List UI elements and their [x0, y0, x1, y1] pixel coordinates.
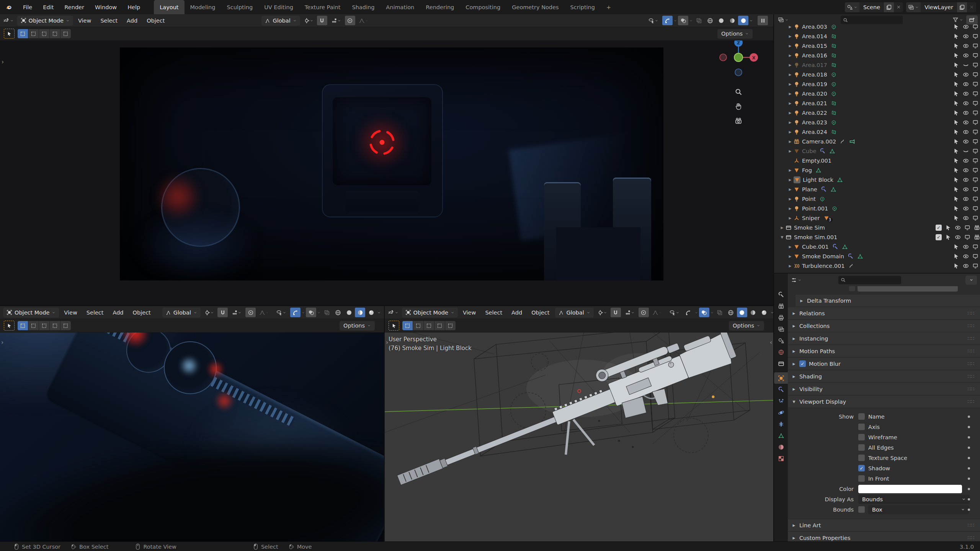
visibility-eye-icon[interactable]: [963, 24, 969, 30]
sidebar-toggle-icon[interactable]: ›: [1, 339, 3, 346]
expand-arrow[interactable]: ▶: [787, 63, 794, 67]
outliner-row[interactable]: ▶Area.020: [774, 89, 980, 98]
outliner-row[interactable]: ▶Area.018: [774, 70, 980, 79]
blender-logo[interactable]: [0, 4, 18, 10]
shading-material-button[interactable]: [748, 308, 758, 317]
falloff-button[interactable]: [256, 308, 272, 317]
properties-search-input[interactable]: [838, 276, 901, 284]
selectability-button[interactable]: [666, 308, 683, 317]
workspace-tab-sculpting[interactable]: Sculpting: [221, 0, 258, 14]
panel-drag-handle[interactable]: ∷∷: [967, 399, 975, 404]
select-tool-1[interactable]: [28, 29, 39, 38]
outliner-row[interactable]: ▶Area.003: [774, 22, 980, 31]
expand-arrow[interactable]: ▶: [787, 168, 794, 172]
viewport-menu-add[interactable]: Add: [507, 310, 526, 316]
bounds-dropdown[interactable]: Box: [868, 505, 969, 514]
pause-render-button[interactable]: [758, 16, 768, 25]
workspace-tab-modeling[interactable]: Modeling: [185, 0, 221, 14]
active-tool-button[interactable]: [389, 321, 399, 331]
select-tool-0[interactable]: [402, 321, 413, 330]
outliner-row[interactable]: ▶Area.022: [774, 108, 980, 117]
expand-arrow[interactable]: ▶: [779, 226, 786, 230]
viewport-disable-icon[interactable]: [972, 33, 978, 39]
viewport-material-preview[interactable]: Object ModeViewSelectAddObjectGlobal Opt…: [0, 306, 384, 541]
gizmo-y-axis[interactable]: [734, 53, 743, 62]
properties-tab-view-layer[interactable]: [774, 323, 788, 335]
checkbox-name[interactable]: [858, 413, 865, 420]
viewport-disable-icon[interactable]: [972, 24, 978, 30]
visibility-eye-icon[interactable]: [955, 234, 961, 240]
selectability-toggle-icon[interactable]: [953, 177, 959, 183]
viewport-disable-icon[interactable]: [972, 177, 978, 183]
animate-dot[interactable]: [968, 467, 970, 469]
panel-header-viewport-display[interactable]: ▼Viewport Display∷∷: [788, 396, 980, 408]
outliner-row[interactable]: ▶Smoke Domain: [774, 251, 980, 261]
viewport-disable-icon[interactable]: [972, 196, 978, 202]
overlays-toggle-button[interactable]: [678, 16, 688, 25]
shading-solid-button[interactable]: [344, 308, 354, 317]
selectability-toggle-icon[interactable]: [953, 72, 959, 78]
visibility-eye-icon[interactable]: [963, 186, 969, 192]
display-as-dropdown[interactable]: Bounds: [858, 495, 970, 504]
mode-selector[interactable]: Object Mode: [3, 308, 59, 318]
zoom-icon[interactable]: [736, 90, 742, 95]
viewport-solid[interactable]: Object ModeViewSelectAddObjectGlobal Opt…: [385, 306, 773, 541]
visibility-eye-icon[interactable]: [963, 110, 969, 116]
selectability-toggle-icon[interactable]: [953, 91, 959, 97]
panel-header-line-art[interactable]: ▶Line Art∷∷: [788, 519, 980, 531]
visibility-eye-icon[interactable]: [963, 52, 969, 59]
options-button[interactable]: Options: [729, 321, 764, 331]
add-workspace-button[interactable]: +: [601, 0, 617, 14]
scene-unlink-button[interactable]: [894, 2, 903, 12]
viewport-menu-object[interactable]: Object: [142, 18, 169, 24]
viewport-axis-gizmo[interactable]: Z X: [715, 38, 761, 126]
select-tool-3[interactable]: [50, 29, 60, 38]
workspace-tab-compositing[interactable]: Compositing: [460, 0, 506, 14]
workspace-tab-shading[interactable]: Shading: [346, 0, 380, 14]
checkbox-axis[interactable]: [858, 424, 865, 430]
select-tool-4[interactable]: [445, 321, 456, 330]
area-divider-v[interactable]: [384, 306, 385, 541]
visibility-eye-icon[interactable]: [963, 253, 969, 259]
selectability-toggle-icon[interactable]: [953, 215, 959, 221]
panel-header-relations[interactable]: ▶Relations∷∷: [788, 307, 980, 319]
select-tool-2[interactable]: [39, 321, 49, 330]
outliner-row[interactable]: ▶Area.017: [774, 60, 980, 70]
select-tool-2[interactable]: [39, 29, 49, 38]
visibility-eye-icon[interactable]: [963, 72, 969, 78]
animate-dot[interactable]: [968, 488, 970, 490]
outliner-row[interactable]: ▶Light Block: [774, 175, 980, 184]
workspace-tab-rendering[interactable]: Rendering: [420, 0, 460, 14]
selectability-button[interactable]: [645, 16, 662, 25]
outliner-row[interactable]: ▶Camera.002: [774, 137, 980, 146]
visibility-eye-icon[interactable]: [963, 139, 969, 145]
viewport-disable-icon[interactable]: [972, 139, 978, 145]
mode-selector[interactable]: Object Mode: [402, 308, 458, 318]
overlays-toggle-button[interactable]: [306, 308, 316, 317]
viewport-menu-view[interactable]: View: [60, 310, 81, 316]
viewport-rendered[interactable]: Object ModeViewSelectAddObjectGlobal Opt…: [0, 14, 773, 305]
properties-tab-material[interactable]: [774, 441, 788, 453]
expand-arrow[interactable]: ▶: [787, 178, 794, 182]
pivot-point-button[interactable]: [201, 308, 217, 317]
checkbox-shadow[interactable]: ✓: [858, 465, 865, 471]
properties-tab-object[interactable]: [774, 372, 788, 384]
expand-arrow[interactable]: ▶: [787, 101, 794, 105]
bounds-checkbox[interactable]: [858, 506, 865, 513]
selectability-toggle-icon[interactable]: [945, 225, 951, 231]
viewport-disable-icon[interactable]: [972, 91, 978, 97]
selectability-button[interactable]: [273, 308, 289, 317]
visibility-eye-icon[interactable]: [963, 196, 969, 202]
selectability-toggle-icon[interactable]: [953, 81, 959, 87]
panel-drag-handle[interactable]: ∷∷: [967, 361, 975, 367]
outliner-row[interactable]: ▶Area.016: [774, 51, 980, 60]
select-tool-1[interactable]: [413, 321, 423, 330]
editor-type-button[interactable]: [3, 18, 14, 24]
properties-tab-tool[interactable]: [774, 289, 788, 300]
proportional-edit-button[interactable]: [639, 308, 649, 317]
expand-arrow[interactable]: ▶: [787, 264, 794, 268]
panel-header-delta-transform[interactable]: ▶Delta Transform: [795, 295, 980, 306]
view-layer-new-button[interactable]: [957, 2, 967, 12]
viewport-disable-icon[interactable]: [964, 225, 970, 231]
selectability-toggle-icon[interactable]: [953, 33, 959, 39]
